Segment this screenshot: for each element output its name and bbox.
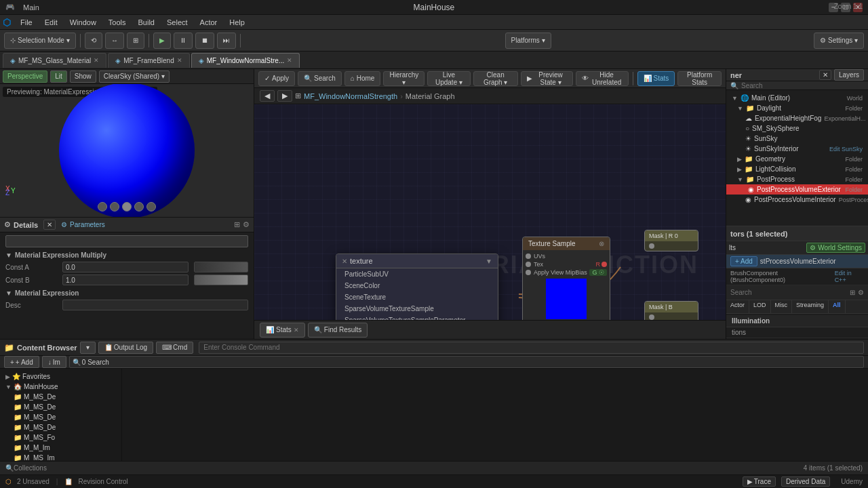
viewport-ctrl-4[interactable] (134, 202, 144, 211)
rd-settings-icon[interactable]: ⚙ (858, 289, 864, 296)
forward-button[interactable]: ▶ (277, 90, 292, 102)
ms-de-2[interactable]: 📁 M_MS_De (0, 402, 121, 412)
derived-data-button[interactable]: Derived Data (781, 476, 830, 487)
clearsky-button[interactable]: ClearSky (Shared) ▾ (99, 70, 170, 83)
ms-fo[interactable]: 📁 M_MS_Fo (0, 432, 121, 443)
rd-tab-lod[interactable]: LOD (749, 300, 771, 313)
add-component-button[interactable]: + Add (730, 256, 757, 266)
const-b-input[interactable] (62, 274, 189, 285)
content-browser-btn[interactable]: ▾ (80, 342, 96, 354)
tab-frameblend[interactable]: ◈ MF_FrameBlend ✕ (108, 53, 189, 68)
transform-btn-1[interactable]: ⟲ (85, 33, 102, 49)
m-im[interactable]: 📁 M_M_Im (0, 443, 121, 453)
transform-btn-2[interactable]: ↔ (105, 33, 124, 49)
ms-de-3[interactable]: 📁 M_MS_De (0, 412, 121, 422)
rd-tab-actor[interactable]: Actor (726, 300, 749, 313)
breadcrumb-parent[interactable]: MF_WindowNormalStrength (304, 92, 397, 100)
rd-tab-misc[interactable]: Misc (771, 300, 793, 313)
show-button[interactable]: Show (70, 70, 96, 83)
search-popup-close[interactable]: ✕ (342, 258, 347, 265)
menu-edit[interactable]: Edit (39, 17, 63, 28)
favorites-item[interactable]: ▶ ⭐ Favorites (0, 371, 121, 382)
viewport-ctrl-5[interactable] (146, 202, 156, 211)
search-item-scenetexture[interactable]: SceneTexture (336, 291, 498, 303)
console-input[interactable] (199, 342, 864, 354)
settings-detail-icon[interactable]: ⚙ (243, 220, 250, 229)
world-settings-button[interactable]: ⚙ World Settings (806, 243, 865, 253)
right-close-button[interactable]: ✕ (819, 70, 831, 80)
right-search-input[interactable] (741, 82, 864, 89)
add-content-button[interactable]: + + Add (4, 356, 39, 368)
texture-node-close[interactable]: ⊗ (599, 240, 604, 247)
live-update-button[interactable]: Live Update ▾ (427, 71, 470, 86)
transform-btn-3[interactable]: ⊞ (127, 33, 144, 49)
preview-state-button[interactable]: ▶ Preview State ▾ (521, 71, 574, 86)
revision-label[interactable]: Revision Control (78, 478, 127, 485)
tab-glass-close[interactable]: ✕ (94, 57, 99, 64)
tab-frameblend-close[interactable]: ✕ (177, 57, 182, 64)
trace-button[interactable]: ▶ Trace (743, 476, 776, 487)
parameters-label[interactable]: Parameters (70, 221, 105, 228)
output-log-btn[interactable]: 📋 Output Log (98, 342, 153, 354)
tree-item-lightcollision[interactable]: ▶ 📁 LightCollision Folder (726, 164, 868, 174)
apply-button[interactable]: ✓ Apply (258, 71, 295, 86)
stop-button[interactable]: ⏹ (195, 33, 214, 49)
tree-item-ppinterior[interactable]: ◉ PostProcessVolumeInterior PostProcess.… (726, 195, 868, 205)
tab-glass-material[interactable]: ◈ MF_MS_Glass_Material ✕ (3, 53, 106, 68)
stats-tab[interactable]: 📊 Stats ✕ (260, 323, 305, 338)
tree-item-sunskyinterior[interactable]: ☀ SunSkyInterior Edit SunSky (726, 144, 868, 154)
cmd-btn[interactable]: ⌨ Cmd (156, 342, 193, 354)
viewport-ctrl-1[interactable] (98, 202, 107, 211)
rd-grid-icon[interactable]: ⊞ (850, 289, 855, 296)
viewport-ctrl-2[interactable] (110, 202, 119, 211)
ms-im-1[interactable]: 📁 M_MS_Im (0, 453, 121, 461)
rd-tab-all[interactable]: All (829, 300, 846, 313)
layers-button[interactable]: Layers (834, 69, 864, 81)
hierarchy-button[interactable]: Hierarchy ▾ (383, 71, 425, 86)
tree-item-fog[interactable]: ☁ ExponentialHeightFog ExponentialH... (726, 113, 868, 123)
details-close-button[interactable]: ✕ (43, 220, 56, 230)
ms-de-1[interactable]: 📁 M_MS_De (0, 392, 121, 402)
const-a-input[interactable] (62, 262, 189, 272)
platform-stats-button[interactable]: Platform Stats (677, 71, 722, 86)
pause-button[interactable]: ⏸ (174, 33, 193, 49)
platforms-button[interactable]: Platforms ▾ (505, 33, 551, 49)
stats-close[interactable]: ✕ (294, 327, 299, 333)
menu-select[interactable]: Select (161, 17, 193, 28)
menu-window[interactable]: Window (64, 17, 102, 28)
details-search-input[interactable] (5, 235, 248, 247)
menu-help[interactable]: Help (224, 17, 250, 28)
menu-tools[interactable]: Tools (103, 17, 132, 28)
tree-item-daylight[interactable]: ▼ 📁 Daylight Folder (726, 103, 868, 113)
stats-button[interactable]: 📊 Stats (637, 71, 675, 86)
tab-normalstrength[interactable]: ◈ MF_WindowNormalStre... ✕ (191, 53, 300, 68)
back-button[interactable]: ◀ (260, 90, 275, 102)
search-item-sparsevol[interactable]: SparseVolumeTextureSample (336, 303, 498, 314)
search-popup-arrow[interactable]: ▼ (486, 258, 492, 265)
find-results-tab[interactable]: 🔍 Find Results (308, 323, 368, 338)
search-item-particlesubuv[interactable]: ParticleSubUV (336, 268, 498, 280)
ms-de-4[interactable]: 📁 M_MS_De (0, 422, 121, 432)
tree-item-main[interactable]: ▼ 🌐 Main (Editor) World (726, 93, 868, 103)
tree-item-postprocess[interactable]: ▼ 📁 PostProcess Folder (726, 174, 868, 184)
search-item-sparsevolparam[interactable]: SparseVolumeTextureSampleParameter (336, 314, 498, 320)
search-button[interactable]: 🔍 Search (298, 71, 342, 86)
menu-build[interactable]: Build (133, 17, 160, 28)
search-item-scenecolor[interactable]: SceneColor (336, 280, 498, 291)
skip-button[interactable]: ⏭ (217, 33, 236, 49)
rd-search-input[interactable] (730, 289, 847, 296)
tree-item-sunsky[interactable]: ☀ SunSky (726, 134, 868, 144)
tree-item-ppexterior[interactable]: ◉ PostProcessVolumeExterior Folder (726, 184, 868, 195)
tab-normal-close[interactable]: ✕ (287, 57, 292, 64)
menu-file[interactable]: File (15, 17, 38, 28)
tree-item-skysphere[interactable]: ○ SM_SkySphere (726, 123, 868, 134)
import-button[interactable]: ↓ Im (42, 356, 66, 368)
edit-cpp-button[interactable]: Edit in C++ (835, 270, 864, 283)
graph-area[interactable]: MATERIAL FUNCTION ✕ ▼ ParticleSubUV S (254, 104, 726, 320)
search-popup-input[interactable] (350, 257, 486, 265)
selection-mode-button[interactable]: ⊹ Selection Mode ▾ (4, 33, 76, 49)
menu-actor[interactable]: Actor (195, 17, 223, 28)
mainhouse-item[interactable]: ▼ 🏠 MainHouse (0, 382, 121, 392)
clean-graph-button[interactable]: Clean Graph ▾ (473, 71, 518, 86)
settings-button[interactable]: ⚙ Settings ▾ (814, 33, 864, 49)
